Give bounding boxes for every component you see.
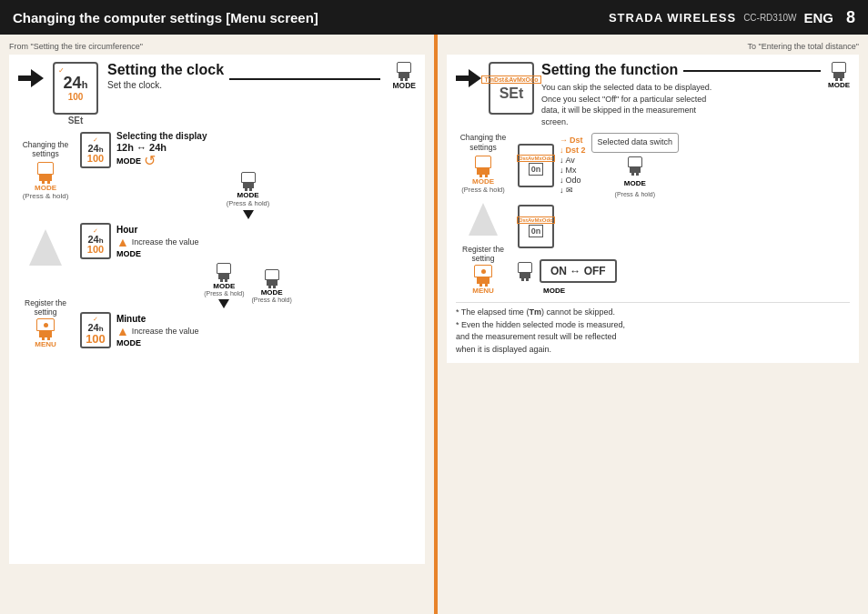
menu-label: MENU (35, 340, 56, 348)
press-hold-selected: (Press & hold) (615, 191, 655, 197)
clock-screen: ✓ 24h 100 (53, 62, 98, 115)
mode-label-step1: MODE (116, 156, 141, 166)
mode-label-hour: MODE (116, 249, 198, 258)
right-mode-text: MODE (472, 177, 494, 186)
register-area: Register the setting ME (18, 298, 73, 348)
changing-settings-label: Changing the settings (18, 140, 73, 158)
increase-arrow-minute: ▲ (116, 324, 129, 338)
right-panel: To "Entering the total distance" TmDst&A… (434, 35, 868, 614)
dst-item: →Dst (560, 136, 586, 145)
increase-value2-label: Increase the value (132, 327, 199, 336)
down-arrow-1 (243, 210, 254, 219)
top-mode-label: MODE (393, 81, 417, 90)
right-press-hold: (Press & hold) (461, 186, 505, 194)
step2-device: ✓ 24h 100 (80, 223, 111, 259)
step-hour: ✓ 24h 100 Hour ▲ Increase the value MODE (80, 223, 416, 259)
footnotes: * The elapsed time (Tm) cannot be skippe… (456, 302, 850, 356)
right-center-col: DstAvMxOdo 0n →Dst ↓Dst 2 (518, 133, 850, 295)
title-line (229, 78, 379, 80)
mode-button-top: MODE (393, 62, 417, 90)
right-top-note: To "Entering the total distance" (438, 42, 868, 51)
left-section-subtitle: Set the clock. (107, 80, 224, 90)
right-section-desc: You can skip the selected data to be dis… (541, 82, 723, 127)
right-menu-icon (474, 265, 492, 287)
on-off-area: ON ↔ OFF MODE (518, 259, 617, 295)
increase-value-label: Increase the value (132, 237, 199, 247)
page-title: Changing the computer settings [Menu scr… (13, 10, 318, 25)
right-entry-arrow (456, 69, 481, 87)
mode-step1-label: MODE (237, 191, 259, 199)
step-select-display: ✓ 24h 100 Selecting the display 12h ↔ 24… (80, 131, 416, 168)
arrow-down-1: MODE (Press & hold) (227, 172, 270, 219)
right-register-area: Register the setting MENU (456, 245, 510, 295)
on-off-display: ON ↔ OFF (540, 259, 617, 283)
av-item: ↓Av (560, 156, 586, 165)
dst-list: →Dst ↓Dst 2 ↓Av ↓Mx (560, 136, 586, 195)
right-register-label: Register the setting (456, 245, 510, 263)
up-arrow-indicator (29, 229, 62, 266)
function-display: TmDst&AvMxOdo SEt (489, 62, 534, 115)
mode-label-onoff: MODE (543, 287, 565, 295)
increase-arrow-hour: ▲ (116, 235, 129, 249)
selecting-display-label: Selecting the display (116, 131, 207, 141)
odo-item: ↓Odo (560, 176, 586, 185)
left-panel: From "Setting the tire circumference" ✓ … (0, 35, 434, 614)
right-device-row2: DstAvMxOdo 0n (518, 205, 554, 248)
step-minute: ✓ 24h 100 Minute ▲ Increase the value MO… (80, 312, 416, 348)
right-left-col: Changing the settings MODE (Press & hold… (456, 133, 510, 295)
footnote4: when it is displayed again. (456, 344, 850, 357)
right-device-dst: DstAvMxOdo 0n (518, 144, 554, 187)
center-col: ✓ 24h 100 Selecting the display 12h ↔ 24… (80, 131, 416, 348)
menu-icon (36, 318, 55, 340)
footnote3: and the measurement result will be refle… (456, 331, 850, 344)
right-menu-label: MENU (472, 287, 494, 295)
section-title-area: Setting the clock Set the clock. (107, 62, 380, 96)
right-device-odo: DstAvMxOdo 0n (518, 205, 554, 248)
right-mode-btn (475, 156, 491, 177)
left-section-title: Setting the clock (107, 62, 224, 78)
right-white-area: TmDst&AvMxOdo SEt Setting the function Y… (447, 55, 859, 363)
press-hold-step1: (Press & hold) (227, 199, 270, 207)
right-section-title: Setting the function (541, 62, 678, 78)
register-label: Register the setting (18, 298, 73, 317)
dst2-item: ↓Dst 2 (560, 146, 586, 155)
right-device-row: DstAvMxOdo 0n →Dst ↓Dst 2 (518, 133, 679, 197)
footnote1: * The elapsed time (Tm) cannot be skippe… (456, 307, 850, 319)
left-white-area: ✓ 24h 100 SEt Setting the clock Set the … (9, 55, 425, 564)
main-content: From "Setting the tire circumference" ✓ … (0, 35, 868, 614)
right-mode-top: MODE (828, 62, 850, 89)
header-right: STRADA WIRELESS CC-RD310W ENG 8 (609, 8, 855, 27)
mode-btn-changing (37, 162, 54, 184)
page-number: 8 (846, 8, 855, 27)
right-changing-label: Changing the settings (456, 133, 510, 151)
right-flow: Changing the settings MODE (Press & hold… (456, 133, 850, 295)
mode-label-minute: MODE (116, 338, 198, 347)
right-mode-label-top: MODE (828, 81, 850, 89)
language-label: ENG (803, 10, 833, 25)
entry-arrow (18, 69, 44, 87)
selected-data-area: Selected data switch MODE (591, 133, 680, 197)
mode-text: MODE (35, 184, 56, 192)
right-up-arrow (469, 203, 498, 236)
back-arrow-display: ↺ (144, 154, 156, 168)
hour-label: Hour (116, 225, 198, 235)
mx-item: ↓Mx (560, 166, 586, 175)
main-clock-display: ✓ 24h 100 SEt (53, 62, 98, 126)
press-hold-text: (Press & hold) (23, 192, 69, 200)
left-col: Changing the settings MODE (Press & hold… (18, 131, 73, 348)
model-name: CC-RD310W (743, 13, 796, 23)
mode-label-selected: MODE (624, 179, 646, 187)
display-value: 12h ↔ 24h (116, 142, 207, 153)
header: Changing the computer settings [Menu scr… (0, 0, 868, 35)
brand-name: STRADA WIRELESS (609, 11, 736, 25)
step3-device: ✓ 24h 100 (80, 312, 111, 348)
left-section-header: ✓ 24h 100 SEt Setting the clock Set the … (18, 62, 416, 126)
step1-device: ✓ 24h 100 (80, 132, 111, 168)
right-section-header: TmDst&AvMxOdo SEt Setting the function Y… (456, 62, 850, 127)
left-top-note: From "Setting the tire circumference" (0, 42, 434, 51)
minute-label: Minute (116, 314, 198, 324)
arrow-down-2: MODE (Press & hold) (204, 263, 292, 308)
footnote2: * Even the hidden selected mode is measu… (456, 319, 850, 332)
flow-diagram: Changing the settings MODE (Press & hold… (18, 131, 416, 348)
down-arrow-2 (218, 299, 229, 308)
